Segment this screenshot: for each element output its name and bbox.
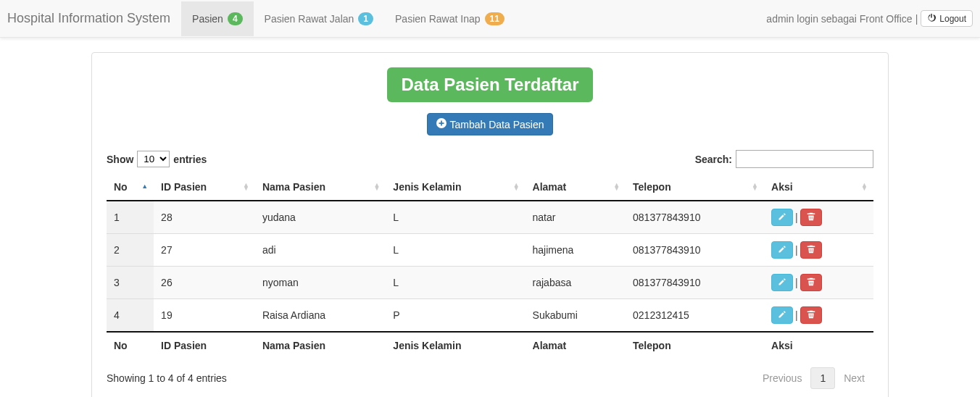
col-id-pasien[interactable]: ID Pasien▲▼ <box>154 174 255 201</box>
table-header-row: No▲ ID Pasien▲▼ Nama Pasien▲▼ Jenis Kela… <box>107 174 873 201</box>
foot-telepon: Telepon <box>626 332 764 359</box>
separator: | <box>915 13 918 25</box>
delete-button[interactable] <box>800 306 822 324</box>
show-label: Show <box>107 154 133 165</box>
edit-icon <box>778 277 786 288</box>
col-label: Telepon <box>633 181 671 193</box>
cell-no: 3 <box>107 267 154 299</box>
trash-icon <box>807 244 815 256</box>
add-patient-label: Tambah Data Pasien <box>450 119 544 130</box>
edit-button[interactable] <box>771 209 793 226</box>
cell-no: 2 <box>107 234 154 267</box>
prev-page-button[interactable]: Previous <box>754 368 810 388</box>
badge-count: 4 <box>228 12 243 25</box>
cell-aksi: | <box>764 267 873 299</box>
edit-button[interactable] <box>771 306 793 324</box>
delete-button[interactable] <box>800 241 822 259</box>
navbar-right: admin login sebagai Front Office | Logou… <box>766 10 973 27</box>
next-page-button[interactable]: Next <box>835 368 873 388</box>
cell-id: 27 <box>154 234 255 267</box>
search-input[interactable] <box>736 150 873 168</box>
cell-id: 28 <box>154 201 255 234</box>
table-row: 128yudanaLnatar081377843910| <box>107 201 873 234</box>
action-separator: | <box>795 277 798 288</box>
nav-tab-pasien[interactable]: Pasien 4 <box>181 1 254 36</box>
patient-table: No▲ ID Pasien▲▼ Nama Pasien▲▼ Jenis Kela… <box>107 174 873 359</box>
datatable-controls-top: Show 10 entries Search: <box>107 150 873 168</box>
col-label: Jenis Kelamin <box>393 181 461 193</box>
pagination: Previous 1 Next <box>754 367 873 389</box>
cell-alamat: natar <box>526 201 626 234</box>
cell-telepon: 0212312415 <box>626 299 764 333</box>
search-label: Search: <box>695 154 732 165</box>
cell-alamat: Sukabumi <box>526 299 626 333</box>
foot-nama-pasien: Nama Pasien <box>255 332 386 359</box>
nav-tab-label: Pasien <box>192 13 223 25</box>
brand-link[interactable]: Hospital Information System <box>7 0 181 37</box>
table-row: 419Raisa ArdianaPSukabumi0212312415| <box>107 299 873 333</box>
edit-icon <box>778 244 786 256</box>
foot-no: No <box>107 332 154 359</box>
sort-icon: ▲▼ <box>373 183 380 191</box>
cell-jk: L <box>386 201 525 234</box>
edit-button[interactable] <box>771 274 793 291</box>
logout-label: Logout <box>939 14 966 24</box>
sort-icon: ▲▼ <box>861 183 868 191</box>
cell-no: 1 <box>107 201 154 234</box>
main-container: Data Pasien Terdaftar Tambah Data Pasien… <box>91 52 889 397</box>
cell-jk: L <box>386 267 525 299</box>
foot-aksi: Aksi <box>764 332 873 359</box>
delete-button[interactable] <box>800 209 822 226</box>
cell-nama: nyoman <box>255 267 386 299</box>
col-nama-pasien[interactable]: Nama Pasien▲▼ <box>255 174 386 201</box>
edit-icon <box>778 212 786 223</box>
foot-id-pasien: ID Pasien <box>154 332 255 359</box>
panel: Data Pasien Terdaftar Tambah Data Pasien… <box>91 52 889 397</box>
cell-telepon: 081377843910 <box>626 201 764 234</box>
datatable-controls-bottom: Showing 1 to 4 of 4 entries Previous 1 N… <box>107 367 873 389</box>
action-separator: | <box>795 212 798 223</box>
cell-nama: yudana <box>255 201 386 234</box>
cell-aksi: | <box>764 299 873 333</box>
table-row: 227adiLhajimena081377843910| <box>107 234 873 267</box>
col-label: No <box>114 181 128 193</box>
badge-count: 11 <box>485 12 504 25</box>
sort-icon: ▲▼ <box>613 183 620 191</box>
edit-button[interactable] <box>771 241 793 259</box>
cell-jk: L <box>386 234 525 267</box>
trash-icon <box>807 277 815 288</box>
header-area: Data Pasien Terdaftar Tambah Data Pasien <box>107 67 873 135</box>
cell-id: 26 <box>154 267 255 299</box>
trash-icon <box>807 212 815 223</box>
col-telepon[interactable]: Telepon▲▼ <box>626 174 764 201</box>
length-control: Show 10 entries <box>107 151 207 167</box>
table-info: Showing 1 to 4 of 4 entries <box>107 372 227 384</box>
foot-alamat: Alamat <box>526 332 626 359</box>
nav-tab-rawat-jalan[interactable]: Pasien Rawat Jalan 1 <box>254 1 384 36</box>
navbar: Hospital Information System Pasien 4 Pas… <box>0 0 980 38</box>
col-alamat[interactable]: Alamat▲▼ <box>526 174 626 201</box>
delete-button[interactable] <box>800 274 822 291</box>
nav-tab-label: Pasien Rawat Inap <box>395 13 481 25</box>
table-footer-row: No ID Pasien Nama Pasien Jenis Kelamin A… <box>107 332 873 359</box>
page-number-current[interactable]: 1 <box>810 367 835 389</box>
logout-button[interactable]: Logout <box>921 10 973 27</box>
plus-circle-icon <box>436 118 447 130</box>
page-title: Data Pasien Terdaftar <box>387 67 594 102</box>
entries-label: entries <box>173 154 207 165</box>
nav-tab-rawat-inap[interactable]: Pasien Rawat Inap 11 <box>384 1 515 36</box>
cell-jk: P <box>386 299 525 333</box>
badge-count: 1 <box>358 12 373 25</box>
col-no[interactable]: No▲ <box>107 174 154 201</box>
col-label: Nama Pasien <box>262 181 325 193</box>
length-select[interactable]: 10 <box>137 151 170 167</box>
cell-id: 19 <box>154 299 255 333</box>
nav-tab-label: Pasien Rawat Jalan <box>265 13 354 25</box>
add-patient-button[interactable]: Tambah Data Pasien <box>427 113 554 135</box>
sort-icon: ▲▼ <box>752 183 758 191</box>
power-icon <box>927 13 936 24</box>
cell-no: 4 <box>107 299 154 333</box>
cell-alamat: rajabasa <box>526 267 626 299</box>
col-jenis-kelamin[interactable]: Jenis Kelamin▲▼ <box>386 174 525 201</box>
col-aksi[interactable]: Aksi▲▼ <box>764 174 873 201</box>
